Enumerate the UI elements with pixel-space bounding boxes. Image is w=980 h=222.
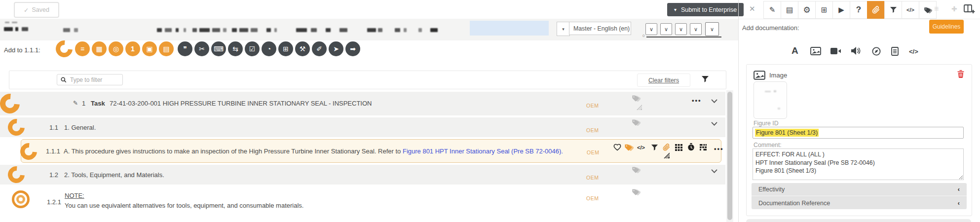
forward-icon[interactable]: ➡ bbox=[345, 41, 360, 56]
language-caret-button[interactable]: ▾ bbox=[557, 22, 570, 36]
clear-filters-button[interactable]: Clear filters bbox=[637, 74, 690, 87]
keyboard-icon[interactable]: ⌨ bbox=[211, 41, 226, 56]
next-card-edge bbox=[746, 219, 971, 222]
filter-icon[interactable] bbox=[701, 75, 709, 83]
code-icon[interactable]: </> bbox=[902, 1, 919, 19]
number-one-icon[interactable]: 1 bbox=[125, 41, 140, 56]
share-icon[interactable]: ➤ bbox=[329, 41, 343, 56]
c-logo-icon[interactable] bbox=[52, 37, 76, 61]
form-icon[interactable]: ▤ bbox=[781, 1, 798, 19]
image-card: Image Figure ID Figure 801 (Sheet 1/3) C… bbox=[746, 64, 972, 216]
close-icon[interactable]: ✕ bbox=[749, 4, 755, 13]
row-number: 1.1 bbox=[49, 124, 58, 131]
tools-icon[interactable]: ⚒ bbox=[295, 41, 310, 56]
redacted-text bbox=[326, 28, 331, 32]
panel-icon[interactable]: ▣ bbox=[142, 41, 157, 56]
text-icon[interactable]: A bbox=[792, 45, 798, 56]
effectivity-section[interactable]: Effectivity ‹ bbox=[752, 183, 967, 196]
pencil-icon[interactable]: ✎ bbox=[763, 1, 781, 19]
oem-badge: OEM bbox=[586, 195, 599, 201]
filter-icon[interactable] bbox=[884, 1, 902, 19]
language-select[interactable]: Master - English (en) bbox=[569, 22, 631, 35]
more-actions-button[interactable]: ••• bbox=[714, 145, 724, 152]
image-icon[interactable] bbox=[810, 47, 821, 55]
attachment-icon[interactable] bbox=[663, 144, 670, 151]
redacted-text bbox=[4, 27, 13, 31]
tags-icon[interactable] bbox=[624, 143, 634, 151]
clock-icon[interactable]: ◔ bbox=[262, 41, 276, 56]
preview-window-icon[interactable]: ⊞ bbox=[815, 1, 833, 19]
more-actions-button[interactable]: ••• bbox=[692, 97, 702, 104]
zoom-slider[interactable] bbox=[646, 37, 721, 37]
play-icon[interactable]: ▶ bbox=[832, 1, 850, 19]
figure-icon[interactable]: ▤ bbox=[159, 41, 174, 56]
guidelines-button[interactable]: Guidelines bbox=[929, 20, 964, 34]
quote-icon[interactable]: ❞ bbox=[178, 41, 192, 56]
filter-input[interactable] bbox=[69, 76, 120, 84]
chevron-down-icon[interactable] bbox=[711, 169, 718, 174]
scrollbar-track[interactable] bbox=[726, 90, 733, 222]
section-row[interactable]: 1.1 1. General. OEM bbox=[0, 117, 725, 137]
section-row[interactable]: 1.2 2. Tools, Equipment, and Materials. … bbox=[0, 165, 725, 185]
column-collapse-button[interactable]: ∨ bbox=[705, 22, 719, 36]
column-collapse-button[interactable]: ∨ bbox=[675, 23, 687, 35]
saved-button[interactable]: ✓ Saved bbox=[14, 2, 59, 18]
figure-link[interactable]: Figure 801 HPT Inner Stationary Seal (Pr… bbox=[403, 148, 563, 155]
redacted-text bbox=[266, 28, 271, 32]
calculator-icon[interactable]: ⊞ bbox=[278, 41, 293, 56]
add-column-icon[interactable] bbox=[964, 4, 976, 14]
task-row[interactable]: ✎ 1 Task 72-41-03-200-001 HIGH PRESSURE … bbox=[0, 92, 725, 115]
column-collapse-button[interactable]: ∨ bbox=[645, 23, 657, 35]
document-icon[interactable] bbox=[891, 47, 899, 56]
code-icon[interactable]: </> bbox=[637, 145, 645, 150]
cut-icon[interactable]: ✂ bbox=[194, 41, 209, 56]
ring-step-icon[interactable] bbox=[12, 190, 30, 208]
image-thumbnail[interactable] bbox=[754, 81, 787, 119]
gear-icon[interactable]: ⚙ bbox=[798, 1, 816, 19]
code-icon[interactable]: </> bbox=[909, 48, 918, 55]
workflow-icon[interactable]: ⇆ bbox=[228, 41, 243, 56]
scrollbar-thumb[interactable] bbox=[727, 92, 732, 220]
comment-textarea[interactable]: EFFECT: FOR ALL (ALL ) HPT Inner Station… bbox=[753, 148, 964, 180]
figure-id-input[interactable]: Figure 801 (Sheet 1/3) bbox=[753, 127, 964, 139]
checkbox-icon[interactable]: ☑ bbox=[245, 41, 260, 56]
help-icon[interactable]: ? bbox=[850, 1, 867, 19]
attachment-icon[interactable] bbox=[867, 1, 885, 19]
c-step-icon[interactable] bbox=[17, 140, 40, 163]
grid-icon[interactable] bbox=[675, 144, 682, 151]
redacted-text bbox=[165, 28, 172, 32]
note-row[interactable]: 1.2.1 NOTE: You can use equivalent alter… bbox=[0, 186, 725, 222]
redacted-text bbox=[404, 28, 407, 32]
pencil-icon[interactable]: ✎ bbox=[73, 100, 78, 107]
compass-icon[interactable] bbox=[872, 47, 881, 56]
circle-icon[interactable]: ◎ bbox=[109, 41, 123, 56]
trash-icon[interactable] bbox=[957, 70, 964, 78]
stopwatch-icon[interactable] bbox=[687, 143, 695, 151]
c-task-icon[interactable] bbox=[0, 90, 24, 117]
redacted-text bbox=[339, 28, 347, 32]
redacted-text bbox=[367, 28, 376, 32]
video-icon[interactable] bbox=[830, 47, 841, 55]
chevron-down-icon[interactable] bbox=[711, 121, 718, 126]
table-icon[interactable]: ▦ bbox=[92, 41, 107, 56]
saved-label: Saved bbox=[32, 6, 49, 13]
grid-alt-icon[interactable] bbox=[700, 144, 707, 150]
move-icon[interactable]: ✚ bbox=[951, 5, 957, 13]
c-section-icon[interactable] bbox=[4, 163, 28, 186]
heart-icon[interactable] bbox=[613, 144, 621, 151]
row-text: 72-41-03-200-001 HIGH PRESSURE TURBINE I… bbox=[110, 100, 372, 107]
selected-step-row[interactable]: 1.1.1 A. This procedure gives instructio… bbox=[21, 139, 721, 163]
documentation-reference-section[interactable]: Documentation Reference ‹ bbox=[752, 196, 967, 209]
column-collapse-button[interactable]: ∨ bbox=[690, 23, 702, 35]
tags-icon bbox=[632, 188, 641, 196]
column-collapse-button[interactable]: ∨ bbox=[660, 23, 672, 35]
chevron-down-icon[interactable] bbox=[711, 99, 718, 104]
edit-icon[interactable]: ✐ bbox=[312, 41, 327, 56]
c-section-icon[interactable] bbox=[4, 115, 28, 139]
filter-icon[interactable] bbox=[651, 144, 658, 151]
list-icon[interactable]: ≡ bbox=[75, 41, 90, 56]
audio-icon[interactable] bbox=[851, 47, 861, 55]
submit-to-enterprise-button[interactable]: ▾ Submit to Enterprise bbox=[667, 3, 744, 16]
menu-icon[interactable]: ≡ bbox=[934, 4, 939, 13]
redacted-text bbox=[232, 28, 237, 32]
